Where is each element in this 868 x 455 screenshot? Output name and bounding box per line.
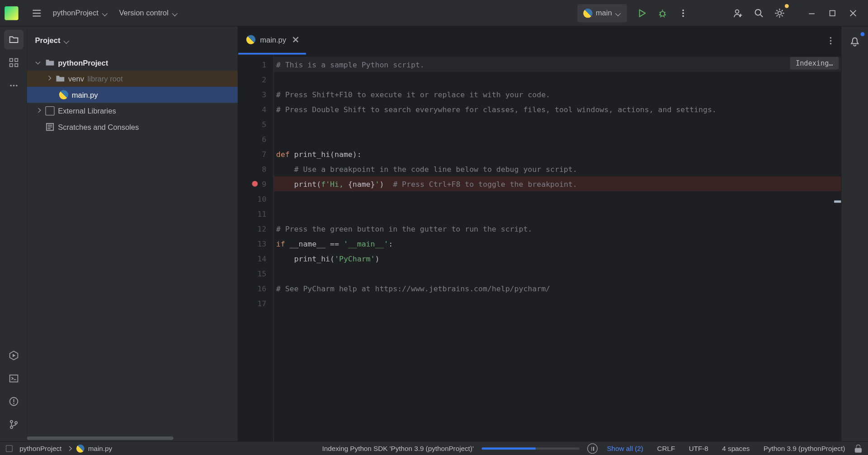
svg-rect-8 bbox=[9, 59, 12, 62]
svg-point-19 bbox=[10, 421, 12, 423]
breadcrumb-project[interactable]: pythonProject bbox=[6, 445, 62, 453]
panel-title: Project bbox=[35, 36, 60, 45]
update-badge-icon bbox=[785, 4, 789, 8]
readonly-toggle[interactable] bbox=[854, 445, 863, 453]
line-number[interactable]: 9 bbox=[238, 176, 273, 191]
terminal-icon bbox=[8, 373, 19, 384]
left-tool-rail bbox=[0, 26, 27, 441]
line-number[interactable]: 14 bbox=[238, 251, 273, 266]
right-tool-rail bbox=[841, 26, 868, 441]
hamburger-icon bbox=[32, 8, 42, 18]
scrollbar-thumb[interactable] bbox=[27, 436, 174, 440]
status-bar: pythonProject main.py Indexing Python SD… bbox=[0, 441, 868, 455]
code-with-me-button[interactable] bbox=[728, 3, 749, 24]
git-branch-icon bbox=[8, 419, 19, 430]
line-number[interactable]: 16 bbox=[238, 281, 273, 296]
chevron-right-icon bbox=[45, 75, 52, 82]
project-tool-button[interactable] bbox=[4, 30, 23, 49]
debug-button[interactable] bbox=[652, 3, 673, 24]
chevron-down-icon bbox=[35, 59, 42, 66]
kebab-icon bbox=[826, 36, 835, 45]
indexing-badge: Indexing… bbox=[790, 57, 839, 70]
minimize-button[interactable] bbox=[802, 3, 822, 24]
python-icon bbox=[583, 8, 592, 17]
folder-icon bbox=[45, 58, 54, 67]
panel-title-dropdown[interactable]: Project bbox=[27, 26, 238, 54]
tree-venv[interactable]: venv library root bbox=[27, 71, 238, 87]
line-number[interactable]: 11 bbox=[238, 206, 273, 221]
svg-point-23 bbox=[830, 40, 832, 42]
tree-label: venv bbox=[68, 74, 84, 83]
tab-main-py[interactable]: main.py bbox=[238, 26, 306, 54]
line-number[interactable]: 8 bbox=[238, 161, 273, 176]
breakpoint-icon[interactable] bbox=[252, 181, 258, 187]
svg-point-1 bbox=[682, 9, 684, 11]
editor-more-button[interactable] bbox=[821, 30, 841, 51]
line-separator[interactable]: CRLF bbox=[652, 445, 679, 453]
svg-point-14 bbox=[15, 85, 17, 86]
problems-tool-button[interactable] bbox=[4, 392, 23, 411]
line-number[interactable]: 3 bbox=[238, 87, 273, 102]
breadcrumb-file[interactable]: main.py bbox=[76, 445, 112, 453]
line-number[interactable]: 1 bbox=[238, 57, 273, 72]
editor-gutter[interactable]: 1 2 3 4 5 6 7 8 9 10 11 12 13 14 15 16 1… bbox=[238, 55, 274, 441]
scratch-icon bbox=[45, 122, 54, 131]
tree-label: pythonProject bbox=[58, 58, 108, 67]
maximize-button[interactable] bbox=[822, 3, 843, 24]
terminal-tool-button[interactable] bbox=[4, 369, 23, 388]
run-button[interactable] bbox=[632, 3, 652, 24]
svg-point-24 bbox=[830, 43, 832, 45]
chevron-down-icon bbox=[172, 10, 178, 16]
run-config-selector[interactable]: main bbox=[577, 4, 627, 22]
line-number[interactable]: 6 bbox=[238, 132, 273, 147]
services-tool-button[interactable] bbox=[4, 346, 23, 365]
line-number[interactable]: 4 bbox=[238, 102, 273, 117]
project-dropdown[interactable]: pythonProject bbox=[47, 3, 113, 24]
search-everywhere-button[interactable] bbox=[749, 3, 769, 24]
tree-scratches[interactable]: Scratches and Consoles bbox=[27, 119, 238, 135]
tab-close-button[interactable] bbox=[291, 35, 300, 44]
vcs-tool-button[interactable] bbox=[4, 415, 23, 434]
indexing-status: Indexing Python SDK 'Python 3.9 (pythonP… bbox=[322, 445, 474, 453]
line-number[interactable]: 5 bbox=[238, 117, 273, 132]
project-name: pythonProject bbox=[53, 9, 99, 17]
marker-stripe[interactable] bbox=[834, 200, 841, 203]
line-number[interactable]: 17 bbox=[238, 296, 273, 311]
tree-label: External Libraries bbox=[58, 107, 116, 115]
code-editor[interactable]: Indexing… # This is a sample Python scri… bbox=[274, 55, 841, 441]
python-interpreter[interactable]: Python 3.9 (pythonProject) bbox=[759, 445, 850, 453]
line-number[interactable]: 7 bbox=[238, 147, 273, 161]
vcs-dropdown[interactable]: Version control bbox=[113, 3, 184, 24]
main-menu-button[interactable] bbox=[26, 3, 47, 24]
play-icon bbox=[637, 8, 646, 17]
structure-tool-button[interactable] bbox=[4, 53, 23, 72]
svg-rect-7 bbox=[830, 10, 835, 15]
chevron-right-icon bbox=[35, 107, 42, 114]
show-all-link[interactable]: Show all (2) bbox=[602, 445, 648, 453]
indent-setting[interactable]: 4 spaces bbox=[717, 445, 754, 453]
line-number[interactable]: 2 bbox=[238, 72, 273, 87]
project-panel: Project pythonProject venv library root … bbox=[27, 26, 238, 441]
panel-scrollbar[interactable] bbox=[27, 436, 238, 441]
pause-indexing-button[interactable] bbox=[587, 443, 598, 454]
library-icon bbox=[45, 106, 54, 115]
line-number[interactable]: 15 bbox=[238, 266, 273, 281]
line-number[interactable]: 10 bbox=[238, 191, 273, 206]
line-number[interactable]: 12 bbox=[238, 221, 273, 236]
tree-root[interactable]: pythonProject bbox=[27, 55, 238, 71]
tree-file-main[interactable]: main.py bbox=[27, 87, 238, 103]
editor-area: main.py 1 2 3 4 5 6 7 8 9 10 11 12 13 14… bbox=[238, 26, 841, 441]
close-window-button[interactable] bbox=[843, 3, 863, 24]
chevron-right-icon bbox=[66, 446, 72, 451]
file-encoding[interactable]: UTF-8 bbox=[684, 445, 713, 453]
tree-external-libraries[interactable]: External Libraries bbox=[27, 103, 238, 119]
folder-icon bbox=[8, 34, 19, 45]
play-hex-icon bbox=[8, 351, 19, 361]
project-tree: pythonProject venv library root main.py … bbox=[27, 55, 238, 436]
notifications-button[interactable] bbox=[845, 32, 864, 52]
person-plus-icon bbox=[733, 8, 744, 18]
line-number[interactable]: 13 bbox=[238, 236, 273, 251]
settings-button[interactable] bbox=[769, 3, 790, 24]
more-tools-button[interactable] bbox=[4, 76, 23, 95]
more-actions-button[interactable] bbox=[673, 3, 693, 24]
